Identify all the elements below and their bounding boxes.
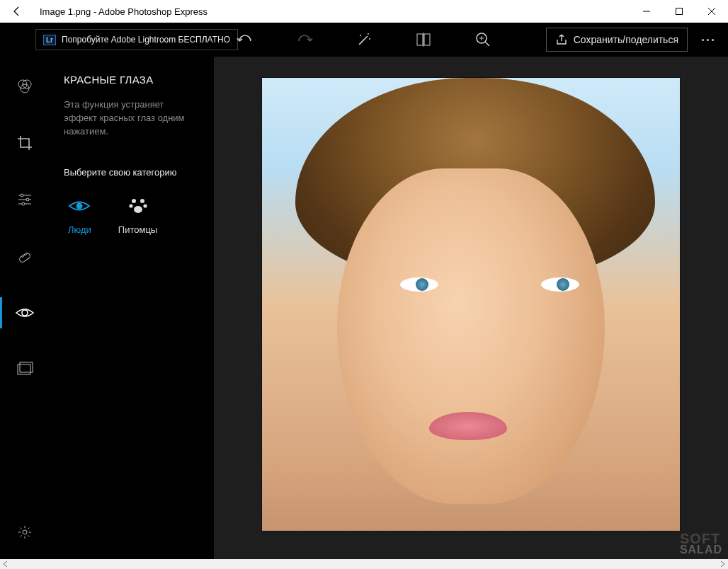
save-share-label: Сохранить/поделиться — [574, 34, 678, 45]
svg-point-4 — [369, 38, 370, 40]
panel-description: Эта функция устраняет эффект красных гла… — [64, 98, 200, 139]
watermark: SOFT SALAD — [680, 532, 722, 555]
rail-redeye-button[interactable] — [0, 297, 50, 328]
edited-image — [262, 78, 680, 531]
lightroom-promo-label: Попробуйте Adobe Lightroom БЕСПЛАТНО — [62, 35, 230, 45]
svg-point-23 — [22, 310, 28, 316]
zoom-button[interactable] — [470, 27, 496, 52]
svg-rect-21 — [18, 252, 31, 263]
panel-title: КРАСНЫЕ ГЛАЗА — [64, 74, 200, 86]
category-pets-label: Питомцы — [118, 224, 157, 235]
scroll-left-arrow[interactable] — [0, 559, 11, 569]
eye-icon — [68, 195, 91, 217]
svg-point-2 — [360, 35, 361, 36]
auto-enhance-button[interactable] — [351, 27, 377, 52]
redo-button[interactable] — [292, 27, 317, 52]
category-people-label: Люди — [68, 224, 91, 235]
svg-rect-1 — [676, 8, 683, 15]
category-people[interactable]: Люди — [68, 195, 91, 235]
svg-point-32 — [134, 206, 142, 213]
scroll-right-arrow[interactable] — [717, 559, 728, 569]
rail-settings-button[interactable] — [0, 517, 50, 548]
canvas-area[interactable] — [214, 57, 728, 559]
horizontal-scrollbar[interactable] — [0, 559, 728, 569]
minimize-button[interactable] — [630, 0, 663, 23]
back-button[interactable] — [0, 0, 34, 23]
close-button[interactable] — [695, 0, 728, 23]
svg-point-31 — [143, 204, 147, 207]
category-pets[interactable]: Питомцы — [118, 195, 157, 235]
rail-borders-button[interactable] — [0, 354, 50, 385]
share-icon — [555, 33, 568, 46]
rail-spot-heal-button[interactable] — [0, 241, 50, 272]
svg-line-9 — [485, 42, 489, 46]
rail-adjustments-button[interactable] — [0, 184, 50, 215]
svg-point-16 — [21, 194, 23, 197]
svg-point-3 — [368, 33, 369, 35]
maximize-button[interactable] — [663, 0, 695, 23]
more-options-button[interactable] — [693, 39, 722, 41]
lightroom-badge-icon: Lr — [43, 35, 56, 45]
window-title: Image 1.png - Adobe Photoshop Express — [34, 6, 630, 17]
scroll-track[interactable] — [11, 559, 717, 569]
svg-point-20 — [22, 202, 25, 205]
svg-rect-6 — [424, 34, 430, 45]
svg-point-18 — [26, 198, 29, 201]
svg-point-27 — [76, 202, 83, 209]
svg-point-29 — [140, 199, 144, 203]
rail-crop-button[interactable] — [0, 127, 50, 159]
svg-point-30 — [129, 204, 132, 207]
svg-rect-5 — [417, 34, 423, 45]
lightroom-promo-button[interactable]: Lr Попробуйте Adobe Lightroom БЕСПЛАТНО — [35, 29, 238, 50]
svg-point-26 — [23, 530, 27, 534]
compare-button[interactable] — [411, 27, 436, 52]
undo-button[interactable] — [232, 27, 258, 52]
redeye-panel: КРАСНЫЕ ГЛАЗА Эта функция устраняет эффе… — [50, 57, 214, 559]
paw-icon — [127, 195, 149, 217]
save-share-button[interactable]: Сохранить/поделиться — [546, 28, 688, 52]
panel-choose-label: Выберите свою категорию — [64, 167, 200, 178]
svg-point-28 — [132, 199, 136, 203]
rail-looks-button[interactable] — [0, 71, 50, 102]
